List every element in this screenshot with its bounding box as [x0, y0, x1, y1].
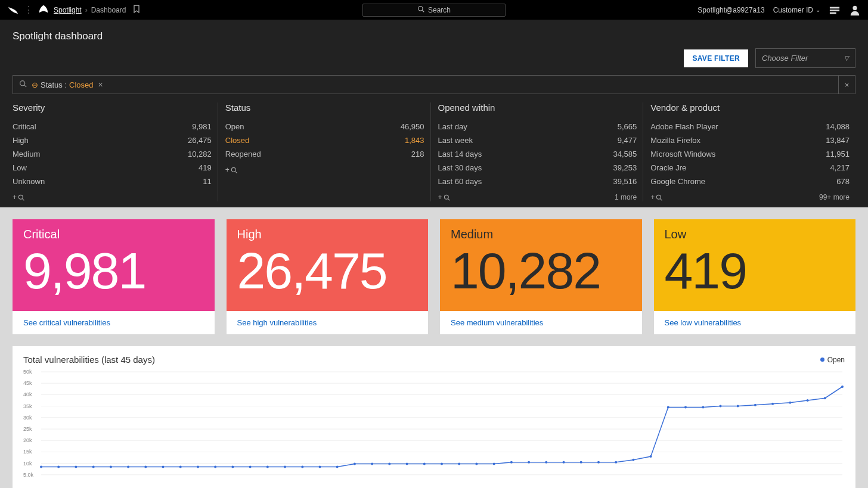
- y-axis-tick: 5.0k: [23, 472, 33, 478]
- remove-chip-icon[interactable]: ×: [98, 80, 103, 89]
- svg-point-65: [720, 405, 722, 408]
- see-critical-link[interactable]: See critical vulnerabilities: [13, 311, 215, 334]
- facet-more-link[interactable]: 1 more: [615, 193, 637, 201]
- severity-tiles: Critical 9,981 See critical vulnerabilit…: [13, 219, 855, 334]
- svg-point-32: [144, 465, 147, 468]
- facet-item[interactable]: Last 30 days39,253: [438, 161, 637, 175]
- see-low-link[interactable]: See low vulnerabilities: [654, 311, 856, 334]
- svg-point-69: [789, 402, 791, 404]
- customer-id-dropdown[interactable]: Customer ID ⌄: [773, 6, 820, 14]
- facet-item[interactable]: Closed1,843: [225, 133, 424, 147]
- chart-title: Total vulnerabilities (last 45 days): [23, 355, 155, 365]
- tile-high[interactable]: High 26,475 See high vulnerabilities: [227, 219, 429, 334]
- tile-low[interactable]: Low 419 See low vulnerabilities: [654, 219, 856, 334]
- save-filter-button[interactable]: SAVE FILTER: [684, 49, 748, 67]
- facet-add-filter[interactable]: +: [438, 193, 450, 201]
- facet-item[interactable]: High26,475: [13, 133, 212, 147]
- see-high-link[interactable]: See high vulnerabilities: [227, 311, 429, 334]
- y-axis-tick: 15k: [23, 449, 32, 455]
- svg-point-57: [580, 461, 582, 464]
- svg-point-59: [615, 461, 617, 464]
- topbar: ⋮ Spotlight › Dashboard Search Spotlight…: [0, 0, 868, 20]
- facet-item[interactable]: Last week9,477: [438, 133, 637, 147]
- svg-point-34: [179, 465, 182, 468]
- svg-point-50: [458, 462, 460, 465]
- clear-filters-button[interactable]: ×: [839, 75, 855, 94]
- svg-line-15: [661, 198, 662, 200]
- facet-item[interactable]: Last 60 days39,516: [438, 175, 637, 188]
- facet-item[interactable]: Microsoft Windows11,951: [650, 147, 850, 161]
- app-icon[interactable]: [38, 4, 49, 15]
- chevron-down-icon: ⌄: [816, 7, 820, 13]
- y-axis-tick: 20k: [23, 437, 32, 443]
- svg-point-38: [249, 465, 252, 468]
- bookmark-icon[interactable]: [133, 5, 140, 15]
- filter-query-input[interactable]: ⊖ Status : Closed ×: [13, 75, 839, 94]
- facet-item[interactable]: Adobe Flash Player14,088: [650, 120, 850, 133]
- svg-point-71: [824, 397, 826, 399]
- svg-point-40: [284, 465, 286, 468]
- svg-point-49: [441, 462, 443, 465]
- svg-point-54: [528, 461, 530, 464]
- search-placeholder: Search: [428, 6, 451, 14]
- facet-status: Status Open46,950Closed1,843Reopened218 …: [218, 102, 430, 201]
- y-axis-tick: 45k: [23, 380, 32, 386]
- choose-filter-select[interactable]: Choose Filter ▽: [755, 48, 855, 68]
- facet-item[interactable]: Unknown11: [13, 175, 212, 188]
- facet-item[interactable]: Medium10,282: [13, 147, 212, 161]
- svg-point-48: [423, 462, 426, 465]
- tile-critical[interactable]: Critical 9,981 See critical vulnerabilit…: [13, 219, 215, 334]
- see-medium-link[interactable]: See medium vulnerabilities: [440, 311, 642, 334]
- filters-panel: Spotlight dashboard SAVE FILTER Choose F…: [0, 20, 868, 207]
- divider-icon: ⋮: [24, 4, 33, 15]
- svg-point-8: [18, 195, 23, 199]
- svg-point-43: [336, 465, 339, 468]
- facet-item[interactable]: Open46,950: [225, 120, 424, 133]
- facet-add-filter[interactable]: +: [13, 193, 24, 201]
- facet-more-link[interactable]: 99+ more: [819, 193, 850, 201]
- facet-add-filter[interactable]: +: [225, 166, 237, 174]
- facet-item[interactable]: Reopened218: [225, 147, 424, 161]
- svg-line-13: [448, 198, 450, 200]
- svg-point-42: [319, 465, 321, 468]
- svg-point-5: [852, 5, 857, 10]
- breadcrumb-current: Dashboard: [91, 6, 126, 14]
- facet-item[interactable]: Low419: [13, 161, 212, 175]
- svg-line-1: [422, 10, 424, 12]
- facet-add-filter[interactable]: +: [650, 193, 662, 201]
- user-profile-icon[interactable]: [849, 4, 861, 16]
- svg-point-45: [371, 462, 373, 465]
- breadcrumb-root-link[interactable]: Spotlight: [54, 6, 82, 14]
- svg-point-30: [110, 465, 112, 468]
- facet-item[interactable]: Critical9,981: [13, 120, 212, 133]
- support-icon[interactable]: [829, 4, 841, 16]
- facet-item[interactable]: Google Chrome678: [650, 175, 850, 188]
- chart-legend: Open: [820, 356, 845, 364]
- svg-point-41: [301, 465, 303, 468]
- svg-point-66: [737, 405, 739, 408]
- search-icon: [417, 5, 424, 14]
- svg-line-11: [235, 171, 237, 173]
- filter-chip-status[interactable]: ⊖ Status : Closed ×: [32, 80, 103, 89]
- svg-point-70: [807, 399, 809, 402]
- facet-item[interactable]: Last day5,665: [438, 120, 637, 133]
- facet-item[interactable]: Last 14 days34,585: [438, 147, 637, 161]
- svg-point-46: [388, 462, 390, 465]
- crowdstrike-logo-icon[interactable]: [7, 5, 19, 15]
- svg-point-53: [510, 461, 513, 464]
- tile-medium[interactable]: Medium 10,282 See medium vulnerabilities: [440, 219, 642, 334]
- svg-point-12: [444, 195, 448, 199]
- facet-item[interactable]: Mozilla Firefox13,847: [650, 133, 850, 147]
- svg-point-64: [702, 406, 704, 409]
- svg-point-58: [597, 461, 600, 464]
- y-axis-tick: 25k: [23, 426, 32, 432]
- svg-point-31: [127, 465, 129, 468]
- facet-item[interactable]: Oracle Jre4,217: [650, 161, 850, 175]
- svg-point-63: [684, 406, 687, 409]
- global-search[interactable]: Search: [362, 4, 506, 17]
- svg-point-14: [657, 195, 661, 199]
- svg-point-56: [563, 461, 565, 464]
- y-axis-tick: 50k: [23, 369, 32, 375]
- svg-point-28: [75, 465, 77, 468]
- page-title: Spotlight dashboard: [13, 30, 855, 42]
